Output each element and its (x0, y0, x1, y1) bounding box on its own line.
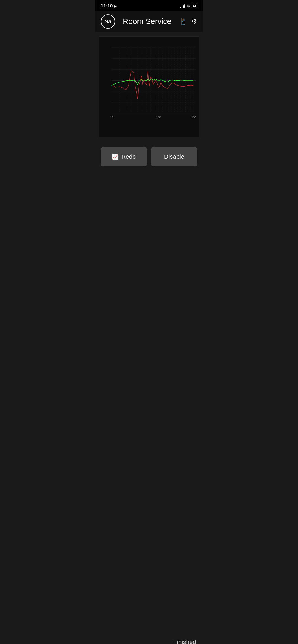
header-actions: 📱 ⚙ (179, 18, 197, 25)
x-label-100: 100 (156, 116, 161, 119)
disable-button[interactable]: Disable (151, 147, 197, 166)
signal-icon (180, 4, 185, 8)
app-header: Sa Room Service 📱 ⚙ (95, 11, 203, 32)
settings-icon[interactable]: ⚙ (191, 18, 197, 25)
status-icons: ⊛ 44 (180, 4, 197, 8)
page-title: Room Service (123, 17, 171, 26)
x-label-1000: 1000 (191, 116, 196, 119)
location-icon: ▶ (114, 4, 116, 8)
x-label-10: 10 (110, 116, 113, 119)
frequency-chart: 15 10 5 0 -5 -10 -15 (99, 36, 199, 137)
finished-text: Finished (95, 633, 203, 644)
wifi-icon: ⊛ (187, 4, 190, 8)
status-bar: 11:10 ▶ ⊛ 44 (95, 0, 203, 11)
battery-icon: 44 (192, 4, 197, 8)
redo-icon: 📈 (112, 153, 119, 160)
action-buttons: 📈 Redo Disable (95, 142, 203, 169)
redo-button[interactable]: 📈 Redo (101, 147, 147, 166)
redo-label: Redo (121, 153, 136, 160)
time-display: 11:10 (101, 3, 113, 9)
disable-label: Disable (164, 153, 184, 160)
chart-red-line (112, 71, 193, 99)
phone-icon[interactable]: 📱 (179, 18, 187, 25)
chart-svg: 15 10 5 0 -5 -10 -15 (110, 39, 196, 128)
bottom-section: Finished (95, 633, 203, 644)
app-logo: Sa (101, 14, 115, 29)
status-time: 11:10 ▶ (101, 3, 116, 9)
main-content: 15 10 5 0 -5 -10 -15 (95, 32, 203, 644)
page-wrapper: 11:10 ▶ ⊛ 44 Sa Room Service 📱 ⚙ (95, 0, 203, 644)
